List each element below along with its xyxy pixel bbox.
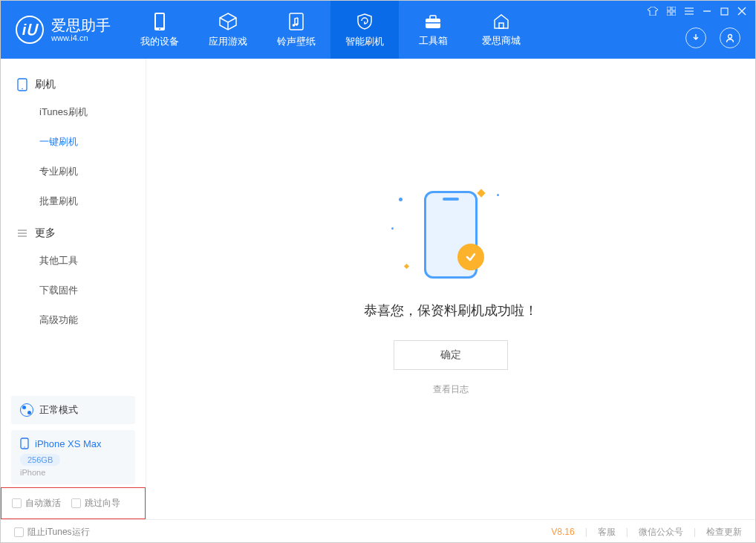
sidebar-item-batch-flash[interactable]: 批量刷机 bbox=[1, 186, 146, 216]
svg-rect-1 bbox=[156, 14, 163, 27]
maximize-icon[interactable] bbox=[720, 7, 729, 16]
footer-left: 阻止iTunes运行 bbox=[14, 526, 90, 539]
app-subtitle: www.i4.cn bbox=[51, 33, 111, 42]
mode-box[interactable]: 正常模式 bbox=[11, 396, 135, 424]
checkbox-icon bbox=[12, 498, 22, 508]
shield-icon bbox=[355, 12, 374, 31]
list-icon bbox=[17, 228, 27, 238]
sidebar-item-other-tools[interactable]: 其他工具 bbox=[1, 246, 146, 276]
cube-icon bbox=[218, 12, 238, 31]
nav-tab-label: 我的设备 bbox=[140, 35, 179, 48]
minimize-icon[interactable] bbox=[703, 7, 711, 16]
svg-point-2 bbox=[159, 28, 160, 30]
device-type: iPhone bbox=[20, 468, 126, 477]
svg-point-5 bbox=[296, 23, 299, 26]
grid-icon[interactable] bbox=[667, 7, 676, 16]
version-label: V8.16 bbox=[551, 527, 574, 537]
section-title: 更多 bbox=[35, 227, 56, 240]
checkbox-auto-activate[interactable]: 自动激活 bbox=[12, 497, 61, 510]
sidebar-item-itunes-flash[interactable]: iTunes刷机 bbox=[1, 97, 146, 127]
app-logo-icon: iᑌ bbox=[16, 16, 44, 44]
app-title: 爱思助手 bbox=[51, 17, 111, 33]
device-icon bbox=[151, 12, 168, 31]
nav-tab-store[interactable]: 爱思商城 bbox=[467, 1, 535, 59]
menu-icon[interactable] bbox=[685, 7, 694, 15]
device-name: iPhone XS Max bbox=[35, 438, 102, 449]
device-name-row: iPhone XS Max bbox=[20, 438, 126, 449]
svg-rect-10 bbox=[667, 7, 671, 10]
main-area: 刷机 iTunes刷机 一键刷机 专业刷机 批量刷机 更多 其他工具 下载固件 … bbox=[1, 59, 755, 519]
toolbox-icon bbox=[423, 13, 443, 30]
checkbox-block-itunes[interactable]: 阻止iTunes运行 bbox=[14, 526, 90, 539]
footer-right: V8.16 | 客服 | 微信公众号 | 检查更新 bbox=[551, 526, 742, 539]
svg-rect-3 bbox=[290, 13, 303, 30]
nav-tab-toolbox[interactable]: 工具箱 bbox=[399, 1, 467, 59]
svg-point-4 bbox=[293, 24, 296, 27]
svg-point-21 bbox=[729, 35, 732, 39]
music-icon bbox=[287, 12, 305, 31]
checkbox-label: 自动激活 bbox=[25, 497, 61, 510]
footer-link-support[interactable]: 客服 bbox=[598, 526, 616, 539]
section-header-more: 更多 bbox=[1, 221, 146, 246]
svg-rect-18 bbox=[721, 8, 728, 15]
svg-point-28 bbox=[24, 446, 25, 447]
svg-rect-11 bbox=[672, 7, 676, 10]
bottom-options: 自动激活 跳过向导 bbox=[1, 487, 146, 519]
header-right-icons bbox=[685, 27, 740, 48]
logo-area: iᑌ 爱思助手 www.i4.cn bbox=[1, 1, 126, 59]
section-title: 刷机 bbox=[35, 78, 56, 91]
sidebar: 刷机 iTunes刷机 一键刷机 专业刷机 批量刷机 更多 其他工具 下载固件 … bbox=[1, 59, 146, 519]
svg-rect-13 bbox=[672, 12, 676, 16]
sidebar-item-pro-flash[interactable]: 专业刷机 bbox=[1, 157, 146, 186]
nav-tab-label: 工具箱 bbox=[419, 34, 448, 48]
svg-rect-7 bbox=[430, 16, 436, 19]
shirt-icon[interactable] bbox=[648, 7, 658, 16]
svg-rect-12 bbox=[667, 12, 671, 16]
close-icon[interactable] bbox=[737, 7, 746, 16]
nav-tab-apps-games[interactable]: 应用游戏 bbox=[194, 1, 262, 59]
home-icon bbox=[492, 13, 511, 30]
device-phone-icon bbox=[20, 438, 29, 449]
mode-label: 正常模式 bbox=[39, 403, 78, 417]
content-area: 恭喜您，保资料刷机成功啦！ 确定 查看日志 bbox=[146, 59, 755, 519]
device-box[interactable]: iPhone XS Max 256GB iPhone bbox=[11, 430, 135, 484]
checkbox-label: 跳过向导 bbox=[85, 497, 120, 510]
footer: 阻止iTunes运行 V8.16 | 客服 | 微信公众号 | 检查更新 bbox=[1, 519, 755, 543]
footer-link-checkupdate[interactable]: 检查更新 bbox=[706, 526, 742, 539]
success-message: 恭喜您，保资料刷机成功啦！ bbox=[364, 302, 538, 319]
sidebar-item-advanced[interactable]: 高级功能 bbox=[1, 305, 146, 335]
nav-tab-label: 智能刷机 bbox=[345, 35, 384, 48]
nav-tab-ringtones[interactable]: 铃声壁纸 bbox=[262, 1, 330, 59]
checkbox-skip-guide[interactable]: 跳过向导 bbox=[71, 497, 120, 510]
svg-rect-8 bbox=[426, 22, 440, 24]
nav-tabs: 我的设备 应用游戏 铃声壁纸 智能刷机 工具箱 爱思商城 bbox=[126, 1, 535, 59]
checkbox-icon bbox=[71, 498, 81, 508]
phone-icon bbox=[17, 78, 27, 91]
logo-text: 爱思助手 www.i4.cn bbox=[51, 17, 111, 42]
section-header-flash: 刷机 bbox=[1, 72, 146, 97]
svg-rect-9 bbox=[499, 23, 504, 28]
sidebar-section-flash: 刷机 iTunes刷机 一键刷机 专业刷机 批量刷机 bbox=[1, 72, 146, 216]
sidebar-item-download-firmware[interactable]: 下载固件 bbox=[1, 276, 146, 305]
download-icon bbox=[691, 33, 701, 43]
device-capacity: 256GB bbox=[20, 454, 60, 466]
app-header: iᑌ 爱思助手 www.i4.cn 我的设备 应用游戏 铃声壁纸 智能刷机 工具… bbox=[1, 1, 755, 59]
sidebar-item-oneclick-flash[interactable]: 一键刷机 bbox=[1, 127, 146, 157]
checkbox-label: 阻止iTunes运行 bbox=[27, 526, 90, 539]
footer-link-wechat[interactable]: 微信公众号 bbox=[639, 526, 683, 539]
user-icon bbox=[725, 33, 735, 43]
mode-icon bbox=[20, 403, 33, 417]
ok-button[interactable]: 确定 bbox=[394, 340, 508, 370]
user-button[interactable] bbox=[720, 27, 740, 48]
window-controls bbox=[648, 7, 746, 16]
download-button[interactable] bbox=[685, 27, 706, 48]
success-illustration bbox=[384, 183, 518, 287]
view-log-link[interactable]: 查看日志 bbox=[433, 383, 469, 396]
nav-tab-my-device[interactable]: 我的设备 bbox=[126, 1, 194, 59]
sidebar-section-more: 更多 其他工具 下载固件 高级功能 bbox=[1, 221, 146, 335]
check-badge-icon bbox=[457, 244, 484, 270]
nav-tab-label: 应用游戏 bbox=[209, 35, 247, 48]
svg-point-23 bbox=[22, 88, 23, 90]
nav-tab-label: 爱思商城 bbox=[482, 34, 521, 48]
nav-tab-smart-flash[interactable]: 智能刷机 bbox=[330, 1, 399, 59]
